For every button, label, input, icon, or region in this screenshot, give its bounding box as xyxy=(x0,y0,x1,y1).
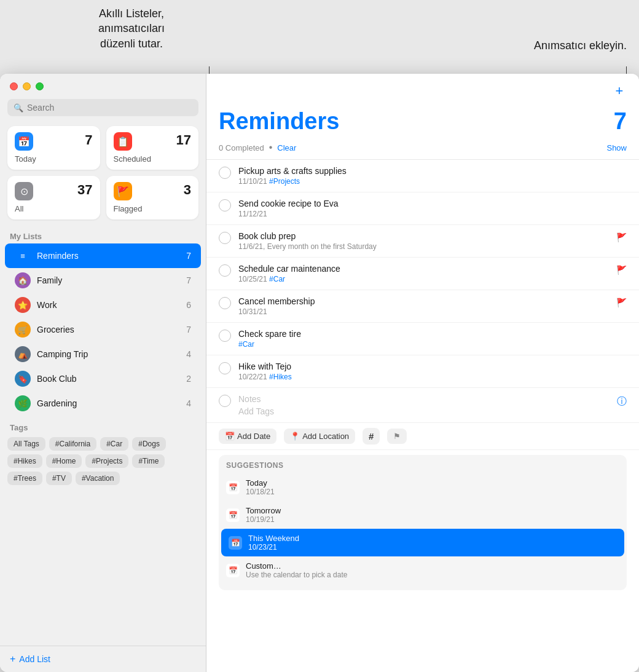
reminder-item: Check spare tire #Car xyxy=(206,323,639,355)
family-list-name: Family xyxy=(37,275,180,285)
suggestion-main-weekend: This Weekend xyxy=(248,534,299,543)
all-icon: ⊙ xyxy=(15,182,33,200)
suggestion-calendar-icon-custom: 📅 xyxy=(226,564,240,577)
gardening-icon: 🌿 xyxy=(15,395,31,411)
reminder-checkbox-4[interactable] xyxy=(219,264,231,277)
sidebar-item-gardening[interactable]: 🌿 Gardening 4 xyxy=(5,391,201,416)
sidebar-item-family[interactable]: 🏠 Family 7 xyxy=(5,268,201,293)
add-location-button[interactable]: 📍 Add Location xyxy=(284,429,355,444)
scheduled-icon: 📋 xyxy=(114,132,132,151)
search-bar[interactable]: 🔍 xyxy=(7,99,198,116)
tag-time[interactable]: #Time xyxy=(132,454,165,468)
hash-icon: # xyxy=(369,431,374,441)
tag-all-tags[interactable]: All Tags xyxy=(7,437,45,451)
reminder-checkbox-2[interactable] xyxy=(219,199,231,211)
tag-dogs[interactable]: #Dogs xyxy=(132,437,166,451)
smart-card-flagged[interactable]: 🚩 3 Flagged xyxy=(106,176,199,219)
add-list-button[interactable]: + Add List xyxy=(0,646,206,672)
tag-california[interactable]: #California xyxy=(49,437,96,451)
search-input[interactable] xyxy=(27,103,192,113)
flag-icon-5: 🚩 xyxy=(616,298,627,307)
add-date-label: Add Date xyxy=(237,432,270,441)
suggestion-today[interactable]: 📅 Today 10/18/21 xyxy=(219,473,627,501)
suggestion-custom[interactable]: 📅 Custom… Use the calendar to pick a dat… xyxy=(219,556,627,584)
reminder-checkbox-3[interactable] xyxy=(219,232,231,244)
add-reminder-button[interactable]: + xyxy=(611,82,628,100)
new-reminder-checkbox[interactable] xyxy=(219,395,231,407)
reminder-item: Hike with Tejo 10/22/21 #Hikes xyxy=(206,355,639,388)
sidebar-item-reminders[interactable]: ≡ Reminders 7 xyxy=(5,243,201,268)
sidebar-item-groceries[interactable]: 🛒 Groceries 7 xyxy=(5,317,201,342)
tag-projects[interactable]: #Projects xyxy=(85,454,128,468)
suggestion-main-today: Today xyxy=(246,478,275,488)
reminders-title: Reminders xyxy=(219,108,339,135)
suggestion-main-custom: Custom… xyxy=(246,561,347,571)
flagged-count: 3 xyxy=(184,182,191,198)
main-toolbar: + xyxy=(206,74,639,108)
app-container: Akıllı Listeler,anımsatıcılarıdüzenli tu… xyxy=(0,0,639,672)
reminders-header: Reminders 7 xyxy=(206,108,639,140)
suggestion-tomorrow[interactable]: 📅 Tomorrow 10/19/21 xyxy=(219,501,627,529)
tag-trees[interactable]: #Trees xyxy=(7,472,42,485)
groceries-list-count: 7 xyxy=(186,325,191,334)
reminder-checkbox-1[interactable] xyxy=(219,167,231,179)
groceries-icon: 🛒 xyxy=(15,322,31,338)
add-tags-placeholder: Add Tags xyxy=(238,406,627,416)
add-list-icon: + xyxy=(10,654,15,665)
reminders-list-count: 7 xyxy=(186,251,191,261)
fullscreen-button[interactable] xyxy=(36,82,44,90)
camping-list-name: Camping Trip xyxy=(37,349,180,359)
smart-card-today[interactable]: 📅 7 Today xyxy=(7,126,100,170)
main-content: + Reminders 7 0 Completed • Clear Show xyxy=(206,74,639,672)
suggestions-title: Suggestions xyxy=(219,461,627,473)
tag-tv[interactable]: #TV xyxy=(46,472,72,485)
family-icon: 🏠 xyxy=(15,272,31,288)
tag-home[interactable]: #Home xyxy=(46,454,82,468)
reminder-sub-4: 10/25/21 #Car xyxy=(238,275,627,283)
today-label: Today xyxy=(15,154,93,164)
sidebar-item-work[interactable]: ⭐ Work 6 xyxy=(5,293,201,317)
search-icon: 🔍 xyxy=(14,103,23,113)
tag-hikes[interactable]: #Hikes xyxy=(7,454,42,468)
sidebar-item-bookclub[interactable]: 🔖 Book Club 2 xyxy=(5,366,201,391)
add-date-button[interactable]: 📅 Add Date xyxy=(219,429,276,444)
flag-icon: ⚑ xyxy=(393,432,401,441)
tags-grid: All Tags #California #Car #Dogs #Hikes #… xyxy=(7,437,198,485)
close-button[interactable] xyxy=(10,82,18,90)
reminder-title-2: Send cookie recipe to Eva xyxy=(238,199,627,208)
suggestion-this-weekend[interactable]: 📅 This Weekend 10/23/21 xyxy=(221,529,624,556)
camping-list-count: 4 xyxy=(186,349,191,359)
bookclub-list-name: Book Club xyxy=(37,374,180,384)
annotation-right: Anımsatıcı ekleyin. xyxy=(534,38,627,53)
bookclub-icon: 🔖 xyxy=(15,371,31,387)
suggestion-sub-today: 10/18/21 xyxy=(246,488,275,496)
tags-section-title: Tags xyxy=(7,423,198,432)
today-icon: 📅 xyxy=(15,132,33,151)
sidebar-item-camping[interactable]: ⛺ Camping Trip 4 xyxy=(5,342,201,366)
bookclub-list-count: 2 xyxy=(186,374,191,384)
tag-car[interactable]: #Car xyxy=(100,437,128,451)
reminder-checkbox-5[interactable] xyxy=(219,297,231,309)
smart-card-all[interactable]: ⊙ 37 All xyxy=(7,176,100,219)
info-icon[interactable]: ⓘ xyxy=(617,395,627,408)
reminder-checkbox-6[interactable] xyxy=(219,330,231,342)
work-list-count: 6 xyxy=(186,300,191,310)
show-button[interactable]: Show xyxy=(606,143,627,152)
flag-icon-4: 🚩 xyxy=(616,265,627,275)
notes-placeholder: Notes xyxy=(238,394,627,404)
minimize-button[interactable] xyxy=(23,82,31,90)
reminder-checkbox-7[interactable] xyxy=(219,362,231,374)
camping-icon: ⛺ xyxy=(15,346,31,362)
scheduled-label: Scheduled xyxy=(114,154,192,164)
reminder-title-1: Pickup arts & crafts supplies xyxy=(238,166,627,176)
add-flag-button[interactable]: ⚑ xyxy=(387,429,407,444)
reminders-count: 7 xyxy=(614,108,627,135)
groceries-list-name: Groceries xyxy=(37,325,180,334)
titlebar xyxy=(0,74,206,99)
suggestion-sub-custom: Use the calendar to pick a date xyxy=(246,571,347,579)
tag-vacation[interactable]: #Vacation xyxy=(76,472,120,485)
add-tag-button[interactable]: # xyxy=(363,428,380,445)
reminder-title-3: Book club prep xyxy=(238,231,627,241)
smart-card-scheduled[interactable]: 📋 17 Scheduled xyxy=(106,126,199,170)
clear-button[interactable]: Clear xyxy=(277,143,296,152)
